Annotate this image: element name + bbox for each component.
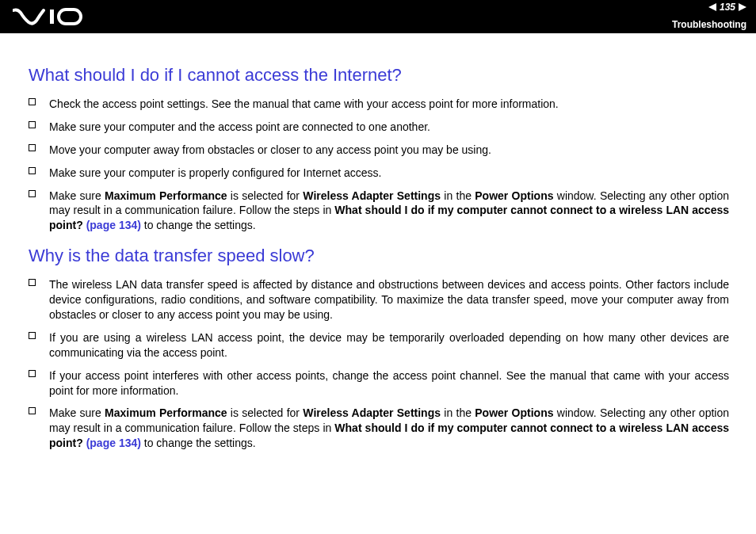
page-nav: 135: [708, 2, 746, 13]
list-item: Make sure Maximum Performance is selecte…: [29, 189, 729, 234]
item-text: Make sure your computer and the access p…: [49, 120, 729, 135]
bullet-icon: [29, 368, 49, 377]
item-text: Make sure Maximum Performance is selecte…: [49, 189, 729, 234]
answer-list-1: Check the access point settings. See the…: [29, 97, 729, 233]
item-text: Make sure Maximum Performance is selecte…: [49, 406, 729, 451]
bullet-icon: [29, 97, 49, 105]
list-item: Make sure your computer is properly conf…: [29, 166, 729, 181]
svg-rect-0: [50, 10, 54, 24]
question-heading-2: Why is the data transfer speed slow?: [29, 246, 729, 266]
list-item: Make sure your computer and the access p…: [29, 120, 729, 135]
item-text: Move your computer away from obstacles o…: [49, 143, 729, 158]
bullet-icon: [29, 330, 49, 339]
bullet-icon: [29, 189, 49, 197]
question-heading-1: What should I do if I cannot access the …: [29, 65, 729, 86]
page-link[interactable]: (page 134): [86, 437, 141, 449]
item-text: If your access point interferes with oth…: [49, 368, 729, 399]
vaio-logo: [13, 8, 89, 25]
list-item: Move your computer away from obstacles o…: [29, 143, 729, 158]
list-item: If you are using a wireless LAN access p…: [29, 330, 729, 360]
answer-list-2: The wireless LAN data transfer speed is …: [29, 277, 729, 451]
bullet-icon: [29, 120, 49, 128]
list-item: The wireless LAN data transfer speed is …: [29, 277, 729, 322]
list-item: Check the access point settings. See the…: [29, 97, 729, 112]
list-item: Make sure Maximum Performance is selecte…: [29, 406, 729, 451]
bullet-icon: [29, 406, 49, 414]
item-text: The wireless LAN data transfer speed is …: [49, 277, 729, 322]
section-title: Troubleshooting: [672, 19, 746, 30]
bullet-icon: [29, 143, 49, 151]
item-text: Make sure your computer is properly conf…: [49, 166, 729, 181]
item-text: If you are using a wireless LAN access p…: [49, 330, 729, 360]
page-content: What should I do if I cannot access the …: [0, 33, 756, 475]
page-link[interactable]: (page 134): [86, 219, 141, 231]
bullet-icon: [29, 166, 49, 174]
header-bar: 135 Troubleshooting: [0, 0, 756, 33]
list-item: If your access point interferes with oth…: [29, 368, 729, 399]
page-number: 135: [720, 2, 735, 13]
bullet-icon: [29, 277, 49, 286]
prev-page-arrow-icon[interactable]: [708, 3, 716, 11]
svg-rect-1: [59, 10, 81, 24]
next-page-arrow-icon[interactable]: [739, 3, 746, 11]
item-text: Check the access point settings. See the…: [49, 97, 729, 112]
